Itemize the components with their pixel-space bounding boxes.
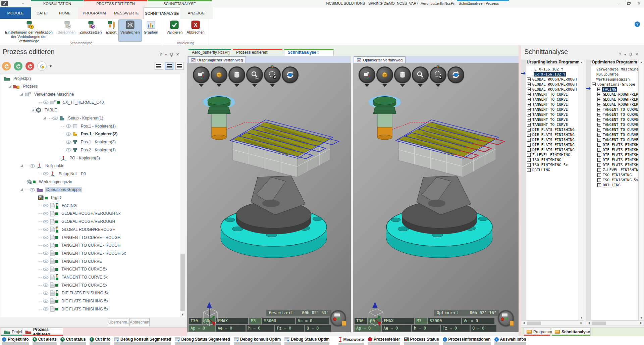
cancel-button[interactable]: Abbrechen [129, 318, 150, 326]
tree-item[interactable]: TANGENT TO CURVE 5x [0, 265, 185, 273]
ribbon-button-export[interactable]: Export [104, 20, 118, 41]
program-line[interactable]: TANGENT TO CURVE [591, 132, 638, 137]
pin-icon[interactable] [629, 52, 632, 57]
expand-plus-icon[interactable] [597, 108, 601, 111]
tree-item[interactable]: PO - Kopieren(3) [0, 154, 185, 162]
status-item-panel[interactable] [368, 342, 400, 345]
tree-item[interactable]: Pos.1 - Kopieren(3) [0, 138, 185, 146]
viewport-tool-cylinder[interactable] [394, 66, 410, 87]
status-item-panel[interactable] [404, 342, 439, 345]
viewport-tool-lasso[interactable] [264, 66, 280, 87]
help-icon[interactable]: ? [160, 52, 162, 57]
expand-plus-icon[interactable] [597, 128, 601, 132]
ribbon-button-graphen[interactable]: Graphen [142, 20, 160, 41]
status-item-panel[interactable] [2, 342, 29, 345]
status-item-cut-status[interactable]: SCut status [60, 337, 86, 345]
tree-item[interactable]: TANGENT TO CURVE - ROUGH [0, 242, 185, 249]
doc-tab-2[interactable]: Prozess editieren: Prozess [232, 49, 283, 56]
scroll-thumb[interactable] [592, 322, 606, 325]
expand-plus-icon[interactable] [597, 168, 601, 172]
dropdown-caret-icon[interactable]: ▾ [50, 64, 52, 68]
program-line[interactable]: GLOBAL ROUGH/REROUGH [591, 97, 638, 102]
pin-icon[interactable] [170, 52, 173, 57]
view-machine-button[interactable] [193, 66, 210, 83]
status-item-panel[interactable] [90, 342, 110, 345]
tree-item[interactable]: Nullpunkte [0, 162, 185, 170]
status-item-cut-info[interactable]: ICut info [90, 337, 110, 345]
program-line[interactable]: ISO FINISHING [591, 172, 638, 178]
viewport-tool-stock-cube[interactable] [211, 66, 227, 87]
status-item-projektinfo[interactable]: iProjektinfo [2, 337, 29, 345]
ribbon-button-zurücksetzen[interactable]: Zurücksetzen [78, 20, 103, 41]
panel-tab-projekt[interactable]: Projekt [1, 328, 22, 336]
tree-item[interactable]: Setup - Kopieren(1) [0, 114, 185, 122]
program-line[interactable]: FACING [591, 87, 638, 92]
panel-tab-schnittanalyse[interactable]: Schnittanalyse [552, 328, 591, 336]
ribbon-button-abbrechen[interactable]: XAbbrechen [185, 20, 206, 41]
program-line[interactable]: TANGENT TO CURVE [591, 107, 638, 112]
machine-3d-scene[interactable] [187, 63, 351, 332]
program-line[interactable]: DIE FLATS FINISHING [591, 162, 638, 167]
ribbon-tab-anzeige[interactable]: ANZEIGE [183, 7, 210, 19]
status-item-panel[interactable] [443, 342, 491, 345]
tree-item[interactable]: TANGENT TO CURVE [0, 257, 185, 265]
dropdown-caret-icon[interactable] [270, 84, 275, 87]
help-button[interactable]: ? [635, 21, 640, 27]
expand-plus-icon[interactable] [597, 103, 601, 106]
program-line[interactable]: DIE FLATS FINISHING [591, 157, 638, 162]
status-item-cut-alerts[interactable]: ACut alerts [33, 337, 57, 345]
status-item-auswahlinfos[interactable]: iAuswahlinfos [494, 337, 526, 345]
tree-item[interactable]: DIE FLATS FINISHING 5x [0, 305, 185, 313]
status-item-messwerte[interactable]: Messwerte [338, 337, 364, 345]
close-icon[interactable]: ✕ [176, 52, 179, 57]
zoom-button[interactable] [412, 66, 429, 83]
expand-plus-icon[interactable] [597, 138, 601, 142]
expand-plus-icon[interactable] [597, 158, 601, 162]
expand-plus-icon[interactable] [597, 183, 601, 187]
dropdown-caret-icon[interactable] [234, 84, 239, 87]
tree-item[interactable]: GLOBAL ROUGH/REROUGH [0, 226, 185, 233]
status-item-debug-status-optim[interactable]: Debug Status Optim [284, 337, 329, 345]
tree-item[interactable]: FACING [0, 202, 185, 209]
tree-item[interactable]: Werkzeugmagazin [0, 178, 185, 186]
viewport-tool-zoom[interactable] [412, 66, 428, 87]
expand-plus-icon[interactable] [597, 123, 601, 127]
status-item-panel[interactable] [33, 342, 57, 345]
tree-view-mode-0[interactable] [155, 62, 163, 70]
status-item-panel[interactable] [284, 342, 329, 345]
status-item-prozess-status[interactable]: Prozess Status [404, 337, 439, 345]
tree-item[interactable]: Pos.2 - Kopieren(1) [0, 146, 185, 154]
minimize-button[interactable]: – [614, 1, 623, 6]
status-item-panel[interactable] [114, 342, 171, 345]
tree-item[interactable]: TANGENT TO CURVE - ROUGH [0, 234, 185, 241]
status-item-panel[interactable] [175, 342, 230, 345]
context-tab-prozess-editieren[interactable]: PROZESS EDITIEREN [84, 0, 147, 7]
ribbon-tab-programm[interactable]: PROGRAMM [79, 7, 109, 19]
program-line[interactable]: TANGENT TO CURVE [591, 127, 638, 132]
doc-tab-1[interactable]: Aero_butterfly.NcsPrj [188, 49, 231, 56]
expand-plus-icon[interactable] [597, 133, 601, 137]
tree-view-mode-1[interactable] [165, 62, 173, 70]
redo-button[interactable] [14, 62, 22, 70]
tree-item[interactable]: GLOBAL ROUGH/REROUGH 5x [0, 210, 185, 217]
ribbon-button-validieren[interactable]: Validieren [165, 20, 184, 41]
program-line[interactable]: TANGENT TO CURVE [591, 117, 638, 122]
viewport-canvas[interactable]: Gesamtzeit00h 02' 53"T30G0FMAXM3S3000Vc … [187, 63, 351, 332]
status-item-debug-konsult-segmented[interactable]: Debug konsult Segmented [114, 337, 171, 345]
expand-plus-icon[interactable] [597, 88, 601, 91]
tree-item[interactable]: DIE FLATS FINISHING 5x [0, 289, 185, 297]
tree-item[interactable]: TANGENT TO CURVE - ROUGH 5x [0, 249, 185, 257]
tree-item[interactable]: Pos.1 - Kopieren(2) [0, 130, 185, 138]
tree-item[interactable]: GLOBAL ROUGH/REROUGH [0, 218, 185, 226]
cylinder-button[interactable] [394, 66, 411, 83]
cylinder-button[interactable] [228, 66, 245, 83]
undo-button[interactable] [2, 62, 11, 70]
program-line[interactable]: TANGENT TO CURVE [591, 122, 638, 127]
scroll-right-icon[interactable]: ► [580, 321, 583, 325]
quick-access-caret-icon[interactable]: ▾ [22, 1, 24, 5]
ribbon-button-einstellungen[interactable]: Einstellungen der Verifikation der Verbi… [2, 20, 55, 41]
program-line[interactable]: Nullpunkte [591, 72, 638, 77]
program-line[interactable]: Operations-Gruppe [591, 82, 638, 87]
view-machine-button[interactable] [359, 66, 375, 83]
zoom-button[interactable] [246, 66, 263, 83]
